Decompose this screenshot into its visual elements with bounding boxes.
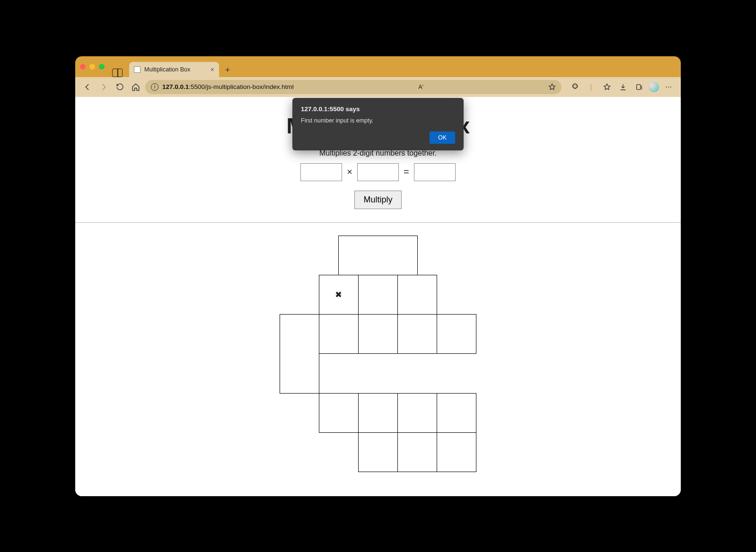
grid-cell — [397, 393, 437, 433]
close-window-icon[interactable] — [80, 64, 86, 70]
times-symbol: × — [347, 166, 352, 177]
close-tab-icon[interactable]: × — [211, 66, 214, 73]
reload-button[interactable] — [113, 80, 126, 94]
input-row: × = — [75, 163, 681, 181]
grid-cell — [358, 314, 398, 354]
grid-cell — [437, 393, 476, 433]
grid-cell — [358, 432, 398, 472]
alert-message: First number input is empty. — [301, 117, 455, 124]
page-icon — [134, 66, 141, 73]
favorites-icon[interactable] — [600, 80, 614, 94]
multiplication-grid: ✖ — [75, 236, 681, 472]
new-tab-button[interactable]: + — [221, 64, 234, 77]
favorite-icon[interactable] — [548, 83, 556, 91]
grid-cell — [397, 314, 437, 354]
tab-strip: Multiplication Box × + — [75, 56, 681, 77]
alert-ok-button[interactable]: OK — [430, 131, 455, 144]
tab-title: Multiplication Box — [144, 66, 190, 73]
maximize-window-icon[interactable] — [99, 64, 105, 70]
profile-avatar[interactable] — [649, 82, 659, 92]
divider — [75, 222, 681, 223]
alert-dialog: 127.0.0.1:5500 says First number input i… — [292, 98, 464, 150]
first-number-input[interactable] — [300, 163, 342, 181]
grid-cell — [397, 275, 437, 315]
browser-viewport: Multiplication Box Multiplies 2-digit nu… — [75, 97, 681, 496]
grid-cell — [338, 236, 418, 275]
equals-symbol: = — [404, 166, 409, 177]
read-aloud-icon[interactable]: A› — [418, 83, 423, 90]
collections-icon[interactable] — [633, 80, 646, 94]
home-button[interactable] — [129, 80, 142, 94]
result-output — [414, 163, 456, 181]
downloads-icon[interactable] — [616, 80, 630, 94]
back-button[interactable] — [81, 80, 94, 94]
grid-cell — [319, 393, 359, 433]
grid-cell — [437, 432, 476, 472]
grid-cell — [319, 314, 359, 354]
grid-cell — [358, 393, 398, 433]
browser-toolbar: i 127.0.0.1:5500/js-multiplication-box/i… — [75, 77, 681, 97]
extensions-icon[interactable] — [568, 80, 581, 94]
page-body: Multiplication Box Multiplies 2-digit nu… — [75, 97, 681, 496]
multiply-button[interactable]: Multiply — [354, 191, 401, 209]
address-bar[interactable]: i 127.0.0.1:5500/js-multiplication-box/i… — [145, 80, 562, 94]
grid-cell — [437, 314, 476, 354]
minimize-window-icon[interactable] — [89, 64, 95, 70]
grid-cell-times: ✖ — [319, 275, 359, 315]
browser-tab[interactable]: Multiplication Box × — [129, 62, 219, 77]
grid-cell — [280, 314, 319, 394]
second-number-input[interactable] — [357, 163, 399, 181]
url-text: 127.0.0.1:5500/js-multiplication-box/ind… — [162, 83, 294, 90]
window-controls — [80, 56, 105, 77]
more-menu-icon[interactable]: ⋯ — [662, 80, 675, 94]
grid-cell — [397, 432, 437, 472]
grid-cell — [358, 275, 398, 315]
site-info-icon[interactable]: i — [151, 83, 158, 91]
forward-button[interactable] — [97, 80, 110, 94]
browser-window: Multiplication Box × + i 127.0.0.1:5500/… — [75, 56, 681, 496]
split-view-icon[interactable] — [112, 69, 123, 77]
svg-rect-0 — [637, 84, 641, 89]
divider-icon: | — [584, 80, 598, 94]
alert-title: 127.0.0.1:5500 says — [301, 105, 455, 113]
